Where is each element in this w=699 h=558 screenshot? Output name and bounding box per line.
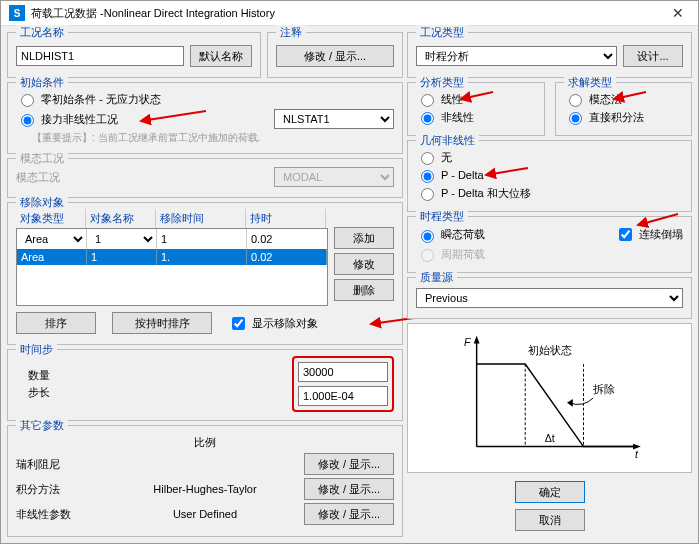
integration-value: Hilber-Hughes-Taylor (140, 483, 270, 495)
group-modal-title: 模态工况 (16, 151, 68, 166)
highlight-box (292, 356, 394, 412)
titlebar: S 荷载工况数据 -Nonlinear Direct Integration H… (1, 1, 698, 26)
mass-source-select[interactable]: Previous (416, 288, 683, 308)
continue-case-select[interactable]: NLSTAT1 (274, 109, 394, 129)
radio-pdelta-large[interactable]: P - Delta 和大位移 (416, 185, 531, 201)
nonlinear-label: 非线性参数 (16, 507, 106, 522)
step-size-label: 步长 (28, 385, 50, 400)
chart-panel: F t 初始状态 拆除 Δt (407, 323, 692, 473)
ok-button[interactable]: 确定 (515, 481, 585, 503)
chart-annotation-remove: 拆除 (592, 383, 615, 395)
step-size-input[interactable] (298, 386, 388, 406)
group-geo-nl-title: 几何非线性 (416, 133, 479, 148)
group-analysis-type-title: 分析类型 (416, 75, 468, 90)
radio-linear[interactable]: 线性 (416, 91, 463, 107)
add-button[interactable]: 添加 (334, 227, 394, 249)
modal-select: MODAL (274, 167, 394, 187)
modify-button[interactable]: 修改 (334, 253, 394, 275)
integration-label: 积分方法 (16, 482, 106, 497)
radio-nonlinear[interactable]: 非线性 (416, 109, 474, 125)
group-init-cond-title: 初始条件 (16, 75, 68, 90)
group-case-type-title: 工况类型 (416, 25, 468, 40)
case-name-input[interactable] (16, 46, 184, 66)
chart-annotation-initial: 初始状态 (528, 344, 572, 356)
radio-zero-initial[interactable]: 零初始条件 - 无应力状态 (16, 91, 161, 107)
svg-marker-7 (474, 336, 480, 344)
group-timestep-title: 时间步 (16, 342, 57, 357)
rayleigh-label: 瑞利阻尼 (16, 457, 106, 472)
obj-name-select[interactable]: 1 (87, 229, 157, 249)
group-solution-type-title: 求解类型 (564, 75, 616, 90)
chart-svg: F t 初始状态 拆除 Δt (414, 330, 685, 466)
svg-line-5 (638, 214, 678, 225)
group-notes-title: 注释 (276, 25, 306, 40)
design-button[interactable]: 设计... (623, 45, 683, 67)
nonlinear-value: User Defined (140, 508, 270, 520)
radio-direct-integration[interactable]: 直接积分法 (564, 109, 644, 125)
close-icon[interactable]: ✕ (666, 5, 690, 21)
step-count-label: 数量 (28, 368, 50, 383)
annotation-arrow (136, 107, 216, 127)
svg-line-0 (141, 111, 206, 121)
cancel-button[interactable]: 取消 (515, 509, 585, 531)
check-sustain[interactable]: 连续倒塌 (615, 225, 683, 244)
obj-type-select[interactable]: Area (17, 229, 87, 249)
x-axis-label: t (635, 448, 639, 460)
delete-button[interactable]: 删除 (334, 279, 394, 301)
show-removed-check[interactable]: 显示移除对象 (228, 314, 318, 333)
radio-geo-none[interactable]: 无 (416, 149, 452, 165)
case-type-select[interactable]: 时程分析 (416, 46, 617, 66)
remove-time-input[interactable] (157, 229, 247, 249)
app-icon: S (9, 5, 25, 21)
svg-marker-12 (567, 399, 573, 407)
group-history-type-title: 时程类型 (416, 209, 468, 224)
group-mass-title: 质量源 (416, 270, 457, 285)
rayleigh-edit-button[interactable]: 修改 / 显示... (304, 453, 394, 475)
dialog-window: S 荷载工况数据 -Nonlinear Direct Integration H… (0, 0, 699, 544)
radio-modal-method[interactable]: 模态法 (564, 91, 622, 107)
nonlinear-edit-button[interactable]: 修改 / 显示... (304, 503, 394, 525)
annotation-arrow (458, 89, 498, 105)
radio-periodic: 周期荷载 (416, 246, 485, 262)
init-cond-hint: 【重要提示】: 当前工况继承前置工况中施加的荷载. (32, 131, 394, 145)
radio-continue-nonlinear[interactable]: 接力非线性工况 (16, 111, 118, 127)
ratio-header: 比例 (140, 435, 270, 450)
sort-button[interactable]: 排序 (16, 312, 96, 334)
group-case-name-title: 工况名称 (16, 25, 68, 40)
group-other-title: 其它参数 (16, 418, 68, 433)
sort-by-duration-button[interactable]: 按持时排序 (112, 312, 212, 334)
svg-line-4 (486, 168, 528, 175)
step-count-input[interactable] (298, 362, 388, 382)
table-header: 对象类型 对象名称 移除时间 持时 (16, 209, 328, 228)
default-name-button[interactable]: 默认名称 (190, 45, 252, 67)
y-axis-label: F (464, 336, 472, 348)
radio-transient[interactable]: 瞬态荷载 (416, 227, 485, 243)
integration-edit-button[interactable]: 修改 / 显示... (304, 478, 394, 500)
annotation-arrow (483, 165, 533, 181)
modal-label: 模态工况 (16, 170, 60, 185)
table-row[interactable]: Area 1 1. 0.02 (17, 249, 327, 265)
notes-edit-button[interactable]: 修改 / 显示... (276, 45, 394, 67)
chart-annotation-dt: Δt (545, 432, 555, 444)
svg-line-2 (461, 92, 493, 99)
radio-pdelta[interactable]: P - Delta (416, 167, 484, 183)
duration-input[interactable] (247, 229, 327, 249)
group-remove-title: 移除对象 (16, 195, 68, 210)
window-title: 荷载工况数据 -Nonlinear Direct Integration His… (31, 6, 275, 21)
